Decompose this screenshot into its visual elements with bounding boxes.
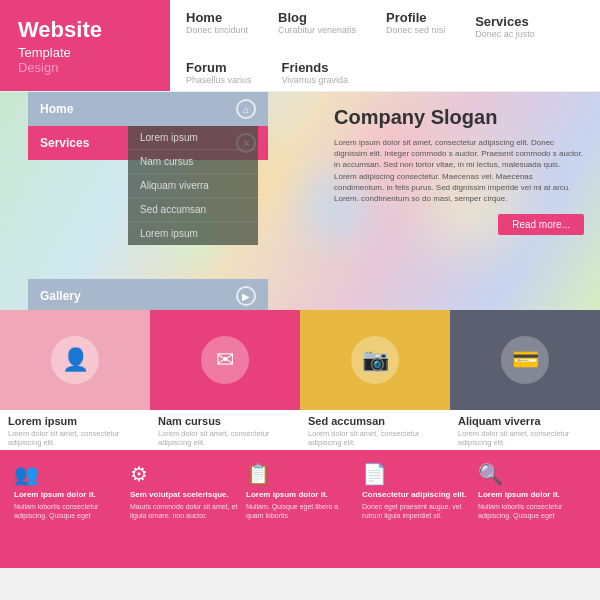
- nav-home-sub: Donec tincidunt: [186, 25, 248, 35]
- brand: Website Template Design: [0, 0, 170, 91]
- gallery-icon: ▶: [236, 286, 256, 306]
- feature-col-1: 👤 Lorem ipsum Lorem dolor sit amet, cons…: [0, 310, 150, 450]
- feature-label-4: Aliquam viverra: [458, 415, 592, 427]
- nav-col-4: Services Donec ac justo: [475, 14, 535, 39]
- nav-blog-main[interactable]: Blog: [278, 10, 356, 25]
- footer-icon-3: 📋: [246, 462, 271, 486]
- feature-icon-box-2: ✉: [150, 310, 300, 410]
- feature-icon-box-3: 📷: [300, 310, 450, 410]
- footer-desc-5: Nullam lobortis consectetur adipiscing. …: [478, 502, 586, 521]
- submenu-item-3[interactable]: Aliquam viverra: [128, 174, 258, 198]
- nav-col-3: Profile Donec sed nisi: [386, 10, 445, 35]
- footer-col-3: 📋 Lorem ipsum dolor it. Nullam. Quisque …: [246, 462, 354, 556]
- footer-title-3: Lorem ipsum dolor it.: [246, 490, 328, 499]
- hero-slogan: Company Slogan: [334, 106, 584, 129]
- footer-desc-4: Donec eget praesent augue, vel rutrum li…: [362, 502, 470, 521]
- footer-col-4: 📄 Consectetur adipiscing elit. Donec ege…: [362, 462, 470, 556]
- submenu-item-2[interactable]: Nam cursus: [128, 150, 258, 174]
- footer-title-1: Lorem ipsum dolor it.: [14, 490, 96, 499]
- footer-desc-1: Nullam lobortis consectetur adipiscing. …: [14, 502, 122, 521]
- nav-col-5: Forum Phasellus varius: [186, 60, 252, 85]
- feature-col-2: ✉ Nam cursus Lorem dolor sit amet, conse…: [150, 310, 300, 450]
- menu-item-gallery[interactable]: Gallery ▶: [28, 279, 268, 310]
- site-title: Website: [18, 17, 152, 43]
- nav-profile-sub: Donec sed nisi: [386, 25, 445, 35]
- nav: Home Donec tincidunt Blog Curabitur vene…: [170, 0, 600, 91]
- nav-forum-sub: Phasellus varius: [186, 75, 252, 85]
- nav-col-1: Home Donec tincidunt: [186, 10, 248, 35]
- footer-icon-2: ⚙: [130, 462, 148, 486]
- footer-title-4: Consectetur adipiscing elit.: [362, 490, 466, 499]
- nav-col-6: Friends Vivamus gravida: [282, 60, 348, 85]
- nav-col-2: Blog Curabitur venenatis: [278, 10, 356, 35]
- feature-desc-3: Lorem dolor sit amet, consectetur adipis…: [308, 429, 442, 449]
- footer-col-1: 👥 Lorem ipsum dolor it. Nullam lobortis …: [14, 462, 122, 556]
- header: Website Template Design Home Donec tinci…: [0, 0, 600, 92]
- feature-label-2: Nam cursus: [158, 415, 292, 427]
- hero-text: Company Slogan Lorem ipsum dolor sit ame…: [334, 106, 584, 235]
- feature-col-4: 💳 Aliquam viverra Lorem dolor sit amet, …: [450, 310, 600, 450]
- hero-section: Home ⌂ Services ✕ Lorem ipsum Nam cursus…: [0, 92, 600, 310]
- footer-col-5: 🔍 Lorem ipsum dolor it. Nullam lobortis …: [478, 462, 586, 556]
- site-sub2: Design: [18, 60, 152, 75]
- feature-col-3: 📷 Sed accumsan Lorem dolor sit amet, con…: [300, 310, 450, 450]
- footer-title-2: Sem volutpat scelerisque.: [130, 490, 229, 499]
- sidebar-menu: Home ⌂ Services ✕ Lorem ipsum Nam cursus…: [28, 92, 268, 310]
- nav-blog-sub: Curabitur venenatis: [278, 25, 356, 35]
- footer-icon-1: 👥: [14, 462, 39, 486]
- menu-gallery-label: Gallery: [40, 289, 236, 303]
- nav-friends-main[interactable]: Friends: [282, 60, 348, 75]
- feature-icon-3: 📷: [351, 336, 399, 384]
- feature-desc-2: Lorem dolor sit amet, consectetur adipis…: [158, 429, 292, 449]
- feature-desc-1: Lorem dolor sit amet, consectetur adipis…: [8, 429, 142, 449]
- home-icon: ⌂: [236, 99, 256, 119]
- submenu-item-1[interactable]: Lorem ipsum: [128, 126, 258, 150]
- nav-home-main[interactable]: Home: [186, 10, 248, 25]
- nav-friends-sub: Vivamus gravida: [282, 75, 348, 85]
- site-sub1: Template: [18, 45, 152, 60]
- feature-icon-2: ✉: [201, 336, 249, 384]
- feature-icon-1: 👤: [51, 336, 99, 384]
- footer-icon-5: 🔍: [478, 462, 503, 486]
- footer-pink: 👥 Lorem ipsum dolor it. Nullam lobortis …: [0, 450, 600, 568]
- menu-item-home[interactable]: Home ⌂: [28, 92, 268, 126]
- hero-body: Lorem ipsum dolor sit amet, consectetur …: [334, 137, 584, 204]
- footer-col-2: ⚙ Sem volutpat scelerisque. Mauris commo…: [130, 462, 238, 556]
- feature-label-1: Lorem ipsum: [8, 415, 142, 427]
- footer-desc-2: Mauris commodo dolor sit amet, et ligula…: [130, 502, 238, 521]
- nav-forum-main[interactable]: Forum: [186, 60, 252, 75]
- submenu-item-4[interactable]: Sed accumsan: [128, 198, 258, 222]
- nav-profile-main[interactable]: Profile: [386, 10, 445, 25]
- read-more-button[interactable]: Read more...: [498, 214, 584, 235]
- footer-desc-3: Nullam. Quisque eget libero a quam lobor…: [246, 502, 354, 521]
- feature-desc-4: Lorem dolor sit amet, consectetur adipis…: [458, 429, 592, 449]
- submenu: Lorem ipsum Nam cursus Aliquam viverra S…: [128, 126, 258, 245]
- features-row: 👤 Lorem ipsum Lorem dolor sit amet, cons…: [0, 310, 600, 450]
- footer-title-5: Lorem ipsum dolor it.: [478, 490, 560, 499]
- footer-icon-4: 📄: [362, 462, 387, 486]
- feature-icon-box-1: 👤: [0, 310, 150, 410]
- nav-services-sub: Donec ac justo: [475, 29, 535, 39]
- feature-label-3: Sed accumsan: [308, 415, 442, 427]
- menu-home-label: Home: [40, 102, 236, 116]
- nav-services-main[interactable]: Services: [475, 14, 535, 29]
- feature-icon-4: 💳: [501, 336, 549, 384]
- feature-icon-box-4: 💳: [450, 310, 600, 410]
- submenu-item-5[interactable]: Lorem ipsum: [128, 222, 258, 245]
